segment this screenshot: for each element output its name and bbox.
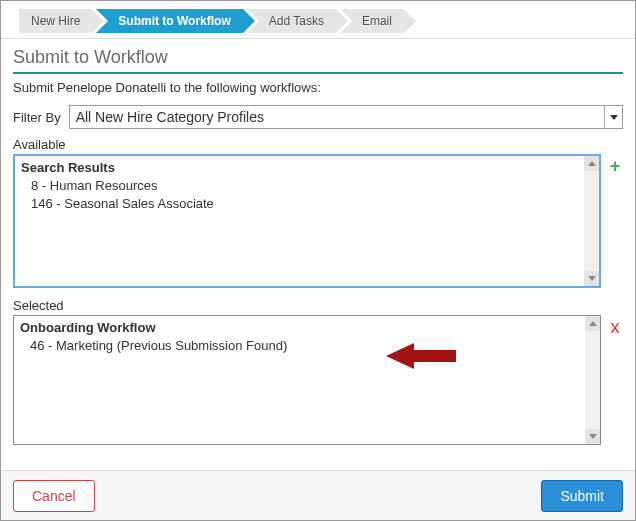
scroll-down-icon[interactable] — [584, 271, 599, 286]
list-item[interactable]: 46 - Marketing (Previous Submission Foun… — [20, 337, 600, 355]
list-item[interactable]: 8 - Human Resources — [21, 177, 599, 195]
scrollbar[interactable] — [584, 156, 599, 286]
breadcrumb-step-submit-to-workflow[interactable]: Submit to Workflow — [96, 9, 242, 33]
filter-by-dropdown[interactable]: All New Hire Category Profiles — [69, 105, 623, 129]
scrollbar[interactable] — [585, 316, 600, 444]
dialog-container: New Hire Submit to Workflow Add Tasks Em… — [0, 0, 636, 521]
cancel-button[interactable]: Cancel — [13, 480, 95, 512]
scroll-down-icon[interactable] — [585, 429, 600, 444]
scroll-up-icon[interactable] — [584, 156, 599, 171]
footer: Cancel Submit — [1, 470, 635, 520]
content-area: Submit to Workflow Submit Penelope Donat… — [1, 39, 635, 445]
scroll-up-icon[interactable] — [585, 316, 600, 331]
submit-button[interactable]: Submit — [541, 480, 623, 512]
selected-label: Selected — [13, 298, 623, 313]
filter-label: Filter By — [13, 110, 61, 125]
available-wrap: Search Results 8 - Human Resources 146 -… — [13, 154, 623, 288]
chevron-down-icon — [604, 106, 618, 128]
add-icon[interactable]: + — [607, 158, 623, 174]
list-item[interactable]: 146 - Seasonal Sales Associate — [21, 195, 599, 213]
page-title: Submit to Workflow — [13, 45, 623, 74]
available-header: Search Results — [21, 159, 599, 177]
available-label: Available — [13, 137, 623, 152]
breadcrumb-step-new-hire[interactable]: New Hire — [19, 9, 92, 33]
breadcrumb: New Hire Submit to Workflow Add Tasks Em… — [1, 1, 635, 39]
breadcrumb-step-email[interactable]: Email — [340, 9, 404, 33]
remove-icon[interactable]: x — [607, 319, 623, 335]
subtitle: Submit Penelope Donatelli to the followi… — [13, 74, 623, 105]
breadcrumb-step-add-tasks[interactable]: Add Tasks — [247, 9, 336, 33]
selected-wrap: Onboarding Workflow 46 - Marketing (Prev… — [13, 315, 623, 445]
selected-header: Onboarding Workflow — [20, 319, 600, 337]
filter-selected-value: All New Hire Category Profiles — [76, 109, 264, 125]
selected-listbox[interactable]: Onboarding Workflow 46 - Marketing (Prev… — [13, 315, 601, 445]
filter-row: Filter By All New Hire Category Profiles — [13, 105, 623, 129]
available-listbox[interactable]: Search Results 8 - Human Resources 146 -… — [13, 154, 601, 288]
